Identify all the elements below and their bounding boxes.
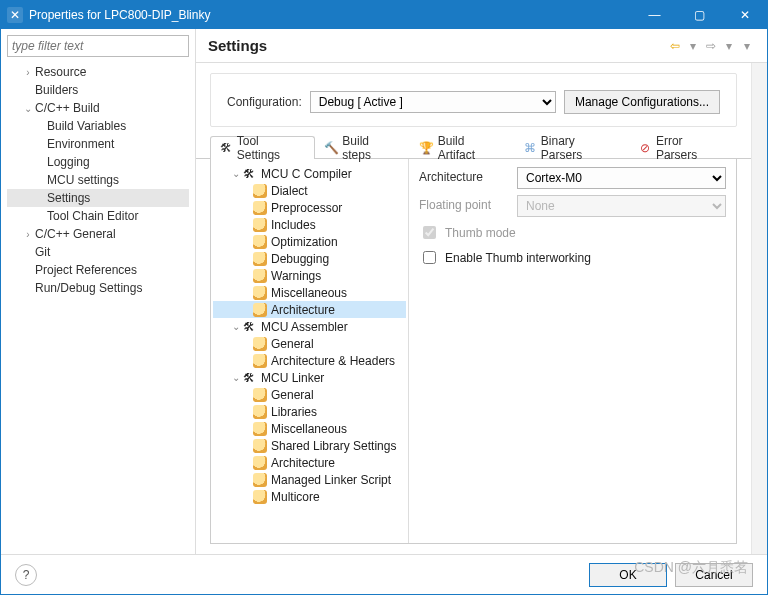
thumb-interworking-checkbox[interactable] xyxy=(423,251,436,264)
nav-resource[interactable]: ›Resource xyxy=(7,63,189,81)
tree-architecture-headers[interactable]: Architecture & Headers xyxy=(213,352,406,369)
titlebar: ✕ Properties for LPC800-DIP_Blinky — ▢ ✕ xyxy=(1,1,767,29)
forward-menu[interactable]: ▾ xyxy=(721,38,737,54)
vertical-scrollbar[interactable] xyxy=(751,63,767,554)
floating-point-select: None xyxy=(517,195,726,217)
cancel-button[interactable]: Cancel xyxy=(675,563,753,587)
configuration-row: Configuration: Debug [ Active ] Manage C… xyxy=(210,73,737,127)
nav-environment[interactable]: Environment xyxy=(7,135,189,153)
error-parsers-icon: ⊘ xyxy=(638,141,652,155)
tree-general-assembler[interactable]: General xyxy=(213,335,406,352)
tree-preprocessor[interactable]: Preprocessor xyxy=(213,199,406,216)
app-icon: ✕ xyxy=(7,7,23,23)
tree-debugging[interactable]: Debugging xyxy=(213,250,406,267)
category-tree: ›Resource Builders ⌄C/C++ Build Build Va… xyxy=(7,63,189,548)
binary-parsers-icon: ⌘ xyxy=(523,141,537,155)
tree-includes[interactable]: Includes xyxy=(213,216,406,233)
configuration-select[interactable]: Debug [ Active ] xyxy=(310,91,556,113)
tree-architecture-linker[interactable]: Architecture xyxy=(213,454,406,471)
forward-button[interactable]: ⇨ xyxy=(703,38,719,54)
nav-c-build[interactable]: ⌄C/C++ Build xyxy=(7,99,189,117)
nav-project-references[interactable]: Project References xyxy=(7,261,189,279)
tree-libraries[interactable]: Libraries xyxy=(213,403,406,420)
build-steps-icon: 🔨 xyxy=(324,141,338,155)
tree-optimization[interactable]: Optimization xyxy=(213,233,406,250)
view-menu[interactable]: ▾ xyxy=(739,38,755,54)
tab-build-steps[interactable]: 🔨Build steps xyxy=(315,136,410,159)
tree-miscellaneous-linker[interactable]: Miscellaneous xyxy=(213,420,406,437)
tree-mcu-linker[interactable]: ⌄🛠MCU Linker xyxy=(213,369,406,386)
filter-input[interactable] xyxy=(7,35,189,57)
ok-button[interactable]: OK xyxy=(589,563,667,587)
properties-dialog: ✕ Properties for LPC800-DIP_Blinky — ▢ ✕… xyxy=(0,0,768,595)
tree-multicore[interactable]: Multicore xyxy=(213,488,406,505)
manage-configurations-button[interactable]: Manage Configurations... xyxy=(564,90,720,114)
tree-miscellaneous-compiler[interactable]: Miscellaneous xyxy=(213,284,406,301)
nav-logging[interactable]: Logging xyxy=(7,153,189,171)
architecture-form: Architecture Cortex-M0 Floating point No… xyxy=(409,159,736,543)
thumb-interworking-label: Enable Thumb interworking xyxy=(445,251,591,265)
build-artifact-icon: 🏆 xyxy=(420,141,434,155)
tab-binary-parsers[interactable]: ⌘Binary Parsers xyxy=(514,136,629,159)
page-title: Settings xyxy=(208,37,667,54)
tab-tool-settings[interactable]: 🛠Tool Settings xyxy=(210,136,315,159)
nav-tool-chain-editor[interactable]: Tool Chain Editor xyxy=(7,207,189,225)
minimize-button[interactable]: — xyxy=(632,1,677,29)
tree-mcu-c-compiler[interactable]: ⌄🛠MCU C Compiler xyxy=(213,165,406,182)
left-panel: ›Resource Builders ⌄C/C++ Build Build Va… xyxy=(1,29,196,554)
architecture-select[interactable]: Cortex-M0 xyxy=(517,167,726,189)
tool-settings-icon: 🛠 xyxy=(219,141,233,155)
tree-dialect[interactable]: Dialect xyxy=(213,182,406,199)
thumb-mode-checkbox xyxy=(423,226,436,239)
close-button[interactable]: ✕ xyxy=(722,1,767,29)
tab-build-artifact[interactable]: 🏆Build Artifact xyxy=(411,136,514,159)
tree-architecture-compiler[interactable]: Architecture xyxy=(213,301,406,318)
thumb-mode-label: Thumb mode xyxy=(445,226,516,240)
tree-general-linker[interactable]: General xyxy=(213,386,406,403)
back-menu[interactable]: ▾ xyxy=(685,38,701,54)
help-button[interactable]: ? xyxy=(15,564,37,586)
tab-error-parsers[interactable]: ⊘Error Parsers xyxy=(629,136,737,159)
tree-shared-library[interactable]: Shared Library Settings xyxy=(213,437,406,454)
nav-settings[interactable]: Settings xyxy=(7,189,189,207)
nav-git[interactable]: Git xyxy=(7,243,189,261)
floating-point-label: Floating point xyxy=(419,195,509,217)
nav-mcu-settings[interactable]: MCU settings xyxy=(7,171,189,189)
tool-settings-tree: ⌄🛠MCU C Compiler Dialect Preprocessor In… xyxy=(211,159,409,543)
nav-builders[interactable]: Builders xyxy=(7,81,189,99)
settings-tab-bar: 🛠Tool Settings 🔨Build steps 🏆Build Artif… xyxy=(196,135,751,159)
back-button[interactable]: ⇦ xyxy=(667,38,683,54)
architecture-label: Architecture xyxy=(419,167,509,189)
tree-mcu-assembler[interactable]: ⌄🛠MCU Assembler xyxy=(213,318,406,335)
maximize-button[interactable]: ▢ xyxy=(677,1,722,29)
window-title: Properties for LPC800-DIP_Blinky xyxy=(29,8,632,22)
nav-c-general[interactable]: ›C/C++ General xyxy=(7,225,189,243)
tree-managed-linker-script[interactable]: Managed Linker Script xyxy=(213,471,406,488)
configuration-label: Configuration: xyxy=(227,95,302,109)
nav-run-debug[interactable]: Run/Debug Settings xyxy=(7,279,189,297)
tree-warnings[interactable]: Warnings xyxy=(213,267,406,284)
nav-build-variables[interactable]: Build Variables xyxy=(7,117,189,135)
